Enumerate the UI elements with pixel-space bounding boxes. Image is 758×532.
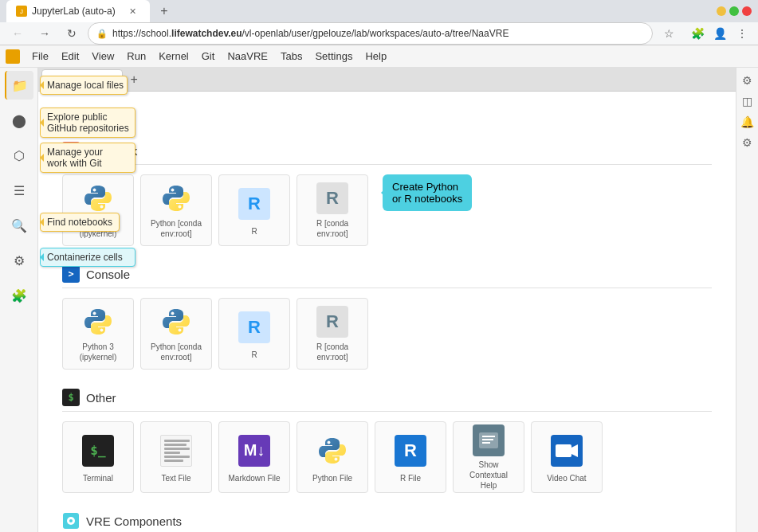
other-section-icon-wrapper: $ (62, 389, 80, 406)
menu-tabs[interactable]: Tabs (274, 45, 308, 68)
console-section-icon: > (62, 265, 80, 283)
tooltip-git: Manage yourwork with Git (40, 143, 135, 173)
extensions-button[interactable]: 🧩 (688, 24, 707, 43)
maximize-button[interactable] (729, 6, 739, 16)
vre-section-header: VRE Components (62, 512, 712, 532)
notebook-callout-text: Create Pythonor R notebooks (392, 181, 462, 205)
help-item[interactable]: Show ContextualHelp (453, 421, 524, 493)
menu-view[interactable]: View (85, 45, 120, 68)
sidebar-icon-menu[interactable]: ☰ (5, 176, 33, 205)
right-icon-settings[interactable]: ⚙ (738, 71, 757, 90)
console-python-conda-item[interactable]: Python [condaenv:root] (140, 298, 212, 370)
right-icon-info[interactable]: ◫ (738, 92, 757, 111)
search-icon: 🔍 (11, 218, 27, 233)
tab-close-button[interactable]: ✕ (127, 5, 139, 18)
minimize-button[interactable] (717, 6, 726, 16)
other-section-title: Other (86, 391, 116, 405)
rfile-item[interactable]: R R File (375, 421, 446, 493)
textfile-icon (157, 432, 195, 470)
files-icon: 📁 (12, 78, 28, 93)
help-label: Show ContextualHelp (460, 460, 517, 491)
r-conda-label: R [condaenv:root] (316, 218, 348, 239)
sidebar-icon-search[interactable]: 🔍 (5, 211, 33, 240)
main-area: ◎ Launcher ✕ + NaaVRE ▶ (38, 68, 736, 532)
tooltip-containerize: Containerize cells (40, 248, 135, 267)
account-button[interactable]: 👤 (710, 24, 729, 43)
console-r-conda-item[interactable]: R R [condaenv:root] (297, 298, 368, 370)
markdown-label: Markdown File (228, 473, 280, 483)
back-button[interactable]: ← (6, 22, 29, 45)
close-button[interactable] (742, 6, 752, 16)
github-icon: ⬤ (12, 113, 26, 128)
reload-button[interactable]: ↻ (61, 22, 83, 45)
r-icon: R (235, 185, 273, 223)
menu-kernel[interactable]: Kernel (152, 45, 195, 68)
console-section: > Console (62, 265, 712, 370)
pythonfile-item[interactable]: Python File (297, 421, 368, 493)
sidebar-icon-github[interactable]: ⬤ (5, 106, 33, 135)
console-python3-icon (79, 305, 117, 338)
markdown-item[interactable]: M↓ Markdown File (218, 421, 290, 493)
new-tab-button[interactable]: + (153, 0, 175, 22)
menu-help[interactable]: Help (359, 45, 393, 68)
menu-git[interactable]: Git (195, 45, 222, 68)
help-icon (469, 424, 508, 456)
tooltip-search: Find notebooks (40, 213, 120, 232)
terminal-item[interactable]: $_ Terminal (62, 421, 134, 493)
help-icon-box (473, 424, 505, 456)
sidebar-icon-containerize[interactable]: ⚙ (5, 246, 33, 275)
sidebar-icon-files[interactable]: 📁 (5, 71, 33, 100)
r-conda-icon-box: R (316, 182, 348, 214)
browser-title-bar: J JupyterLab (auto-a) ✕ + (0, 0, 758, 22)
tooltip-files: Manage local files (40, 76, 128, 95)
launcher-content: NaaVRE ▶ Notebook (38, 92, 736, 532)
tooltip-git-text: Manage yourwork with Git (47, 147, 103, 169)
extension-icons: 🧩 👤 ⋮ (688, 24, 752, 43)
pythonfile-label: Python File (312, 473, 352, 483)
console-section-header: > Console (62, 265, 712, 288)
menu-run[interactable]: Run (120, 45, 152, 68)
browser-tab[interactable]: J JupyterLab (auto-a) ✕ (6, 0, 150, 22)
browser-window: J JupyterLab (auto-a) ✕ + ← → ↻ 🔒 https:… (0, 0, 758, 532)
notebook-items-row: Python 3(ipykernel) (62, 174, 712, 246)
sidebar-icon-git[interactable]: ⬡ (5, 141, 33, 170)
console-python3-item[interactable]: Python 3(ipykernel) (62, 298, 134, 370)
python-conda-icon (157, 182, 195, 215)
other-section-icon: $ (62, 389, 80, 406)
other-items-row: $_ Terminal (62, 421, 712, 493)
vre-section-title: VRE Components (86, 514, 182, 528)
menu-edit[interactable]: Edit (55, 45, 85, 68)
videochat-icon (548, 432, 586, 470)
sidebar-icon-plugins[interactable]: 🧩 (5, 281, 33, 310)
right-icon-gear[interactable]: ⚙ (738, 133, 757, 152)
r-icon-box: R (238, 188, 270, 220)
right-sidebar: ⚙ ◫ 🔔 ⚙ (736, 68, 758, 532)
notebook-r-item[interactable]: R R (218, 174, 290, 246)
vre-section-icon-wrapper (62, 512, 80, 530)
rfile-label: R File (400, 473, 421, 483)
forward-button[interactable]: → (33, 22, 56, 45)
tab-favicon: J (16, 6, 27, 17)
rfile-icon-box: R (395, 435, 426, 467)
menu-file[interactable]: File (26, 45, 55, 68)
console-r-icon: R (235, 308, 273, 346)
url-prefix: https://school. (112, 28, 171, 39)
menu-button[interactable]: ⋮ (732, 24, 752, 43)
jlab-body: 📁 Manage local files ⬤ Explore publicGit… (0, 68, 758, 532)
notebook-r-conda-item[interactable]: R R [condaenv:root] (297, 174, 368, 246)
notebook-python-conda-item[interactable]: Python [condaenv:root] (140, 174, 212, 246)
menu-settings[interactable]: Settings (308, 45, 359, 68)
videochat-item[interactable]: Video Chat (531, 421, 603, 493)
console-r-item[interactable]: R R (218, 298, 290, 370)
notebook-python3-item[interactable]: Python 3(ipykernel) (62, 174, 134, 246)
vre-section-icon (62, 512, 80, 530)
bookmark-button[interactable]: ☆ (658, 22, 680, 45)
tooltip-github: Explore publicGitHub repositories (40, 108, 135, 138)
textfile-item[interactable]: Text File (140, 421, 212, 493)
right-icon-bell[interactable]: 🔔 (738, 112, 757, 131)
address-bar[interactable]: 🔒 https://school.lifewatchdev.eu/vl-open… (88, 22, 653, 45)
python-conda-label: Python [condaenv:root] (151, 218, 202, 239)
url-display: https://school.lifewatchdev.eu/vl-openla… (112, 28, 509, 39)
svg-point-8 (69, 519, 73, 522)
menu-naavre[interactable]: NaaVRE (221, 45, 274, 68)
